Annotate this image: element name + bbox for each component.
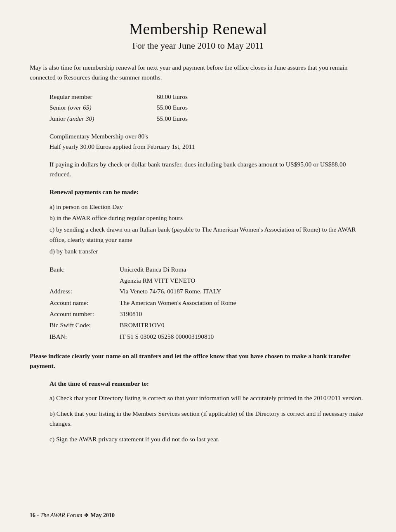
complimentary-line1: Complimentary Membership over 80's: [50, 131, 366, 142]
bank-row-address: Address: Via Veneto 74/76, 00187 Rome. I…: [50, 286, 366, 297]
footer-date: May 2010: [90, 512, 115, 518]
table-row: Regular member 60.00 Euros: [50, 91, 366, 102]
payment-option-c: c) by sending a check drawn on an Italia…: [50, 224, 366, 245]
renewal-header: Renewal payments can be made:: [50, 188, 366, 196]
address-value: Via Veneto 74/76, 00187 Rome. ITALY: [120, 286, 366, 297]
bic-label: Bic Swift Code:: [50, 320, 120, 330]
bic-value: BROMITR1OV0: [120, 320, 366, 330]
bank-row-bic: Bic Swift Code: BROMITR1OV0: [50, 320, 366, 330]
page-subtitle: For the year June 2010 to May 2011: [30, 40, 366, 51]
renewal-item-b: b) Check that your listing in the Member…: [50, 409, 366, 429]
member-type-senior: Senior (over 65): [50, 102, 157, 113]
footer-separator-pre: -: [37, 512, 39, 518]
renewal-item-c: c) Sign the AWAR privacy statement if yo…: [50, 434, 366, 444]
table-row: Junior (under 30) 55.00 Euros: [50, 113, 366, 124]
intro-text: May is also time for membership renewal …: [30, 63, 366, 82]
page: Membership Renewal For the year June 201…: [0, 0, 396, 532]
bank-value-1: Unicredit Banca Di Roma: [120, 264, 366, 275]
complimentary-block: Complimentary Membership over 80's Half …: [50, 131, 366, 152]
footer-page-number: 16: [30, 512, 35, 518]
member-price-senior: 55.00 Euros: [157, 102, 223, 113]
member-price-regular: 60.00 Euros: [157, 91, 223, 102]
account-number-value: 3190810: [120, 309, 366, 319]
payment-option-a: a) in person on Election Day: [50, 202, 366, 212]
renewal-item-a: a) Check that your Directory listing is …: [50, 393, 366, 403]
account-number-label: Account number:: [50, 309, 120, 319]
bank-sub-row: Agenzia RM VITT VENETO: [50, 275, 366, 286]
member-type-regular: Regular member: [50, 91, 157, 102]
member-type-junior: Junior (under 30): [50, 113, 157, 124]
bank-row-iban: IBAN: IT 51 S 03002 05258 000003190810: [50, 331, 366, 342]
iban-label: IBAN:: [50, 331, 120, 342]
membership-table: Regular member 60.00 Euros Senior (over …: [50, 91, 366, 124]
bank-label: Bank:: [50, 264, 120, 275]
payment-options: a) in person on Election Day b) in the A…: [50, 202, 366, 257]
renewal-items: a) Check that your Directory listing is …: [50, 393, 366, 444]
address-label: Address:: [50, 286, 120, 297]
footer-divider: ❖: [84, 512, 91, 518]
bank-row-bank: Bank: Unicredit Banca Di Roma: [50, 264, 366, 275]
bank-value-2: Agenzia RM VITT VENETO: [120, 275, 366, 286]
footer: 16 - The AWAR Forum ❖ May 2010: [30, 512, 115, 519]
payment-option-b: b) in the AWAR office during regular ope…: [50, 213, 366, 223]
dollar-note-text: If paying in dollars by check or dollar …: [50, 159, 366, 179]
payment-option-d: d) by bank transfer: [50, 246, 366, 257]
bank-details: Bank: Unicredit Banca Di Roma Agenzia RM…: [50, 264, 366, 342]
member-price-junior: 55.00 Euros: [157, 113, 223, 124]
bank-row-account-number: Account number: 3190810: [50, 309, 366, 319]
renewal-remember-header: At the time of renewal remember to:: [50, 380, 366, 387]
complimentary-line2: Half yearly 30.00 Euros applied from Feb…: [50, 142, 366, 152]
bank-row-account-name: Account name: The American Women's Assoc…: [50, 298, 366, 308]
page-title: Membership Renewal: [30, 20, 366, 38]
iban-value: IT 51 S 03002 05258 000003190810: [120, 331, 366, 342]
account-name-value: The American Women's Association of Rome: [120, 298, 366, 308]
table-row: Senior (over 65) 55.00 Euros: [50, 102, 366, 113]
dollar-note: If paying in dollars by check or dollar …: [50, 159, 366, 179]
please-indicate: Please indicate clearly your name on all…: [30, 351, 366, 371]
footer-publication: The AWAR Forum: [40, 512, 82, 518]
account-name-label: Account name:: [50, 298, 120, 308]
